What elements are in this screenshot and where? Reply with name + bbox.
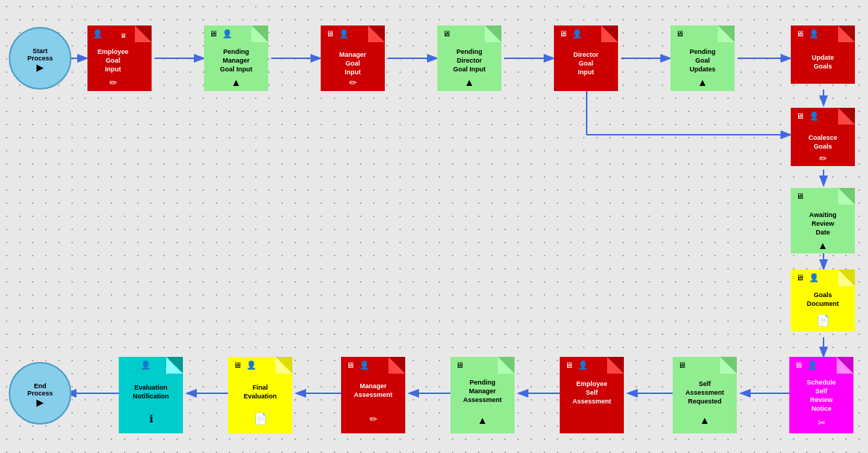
svg-text:👤: 👤: [246, 360, 257, 370]
svg-text:End: End: [34, 382, 47, 390]
svg-text:Employee: Employee: [98, 48, 129, 55]
svg-text:🖥: 🖥: [796, 273, 804, 282]
svg-text:🖥: 🖥: [796, 192, 804, 200]
svg-text:Review: Review: [811, 220, 834, 227]
svg-text:Final: Final: [252, 384, 267, 391]
svg-text:Assessment: Assessment: [572, 398, 611, 405]
svg-text:Requested: Requested: [688, 398, 722, 405]
svg-text:Evaluation: Evaluation: [243, 393, 277, 400]
update-goals-node[interactable]: 🖥 👤 Update Goals: [791, 25, 855, 84]
svg-text:🖥: 🖥: [559, 29, 567, 38]
svg-text:✏: ✏: [370, 414, 378, 425]
svg-text:Goal Input: Goal Input: [220, 66, 253, 73]
svg-text:Manager: Manager: [339, 51, 367, 58]
svg-text:ℹ: ℹ: [149, 413, 153, 425]
svg-text:Pending: Pending: [456, 48, 482, 55]
svg-text:🖥: 🖥: [455, 361, 464, 369]
svg-text:🖥: 🖥: [233, 361, 241, 369]
svg-text:Self: Self: [586, 389, 599, 396]
svg-text:Pending: Pending: [223, 48, 249, 55]
svg-text:Process: Process: [27, 390, 52, 397]
svg-text:🖥: 🖥: [794, 361, 802, 369]
svg-text:▶: ▶: [36, 397, 44, 408]
svg-text:▲: ▲: [818, 240, 828, 251]
svg-text:Manager: Manager: [359, 382, 387, 390]
svg-text:Self: Self: [816, 387, 829, 395]
svg-text:Input: Input: [105, 66, 121, 73]
svg-text:Goal: Goal: [579, 60, 593, 67]
svg-text:Document: Document: [807, 300, 839, 307]
svg-text:🖥: 🖥: [676, 29, 684, 38]
svg-text:Process: Process: [27, 55, 52, 62]
svg-text:👤: 👤: [359, 360, 370, 370]
svg-text:📄: 📄: [254, 412, 267, 425]
svg-text:Start: Start: [33, 47, 48, 55]
director-goal-node[interactable]: 🖥 👤 Director Goal Input: [554, 25, 618, 91]
svg-text:🖥: 🖥: [796, 29, 804, 38]
pending-manager-goal-node[interactable]: 🖥 👤 Pending Manager Goal Input ▲: [204, 25, 268, 91]
pending-goal-updates-node[interactable]: 🖥 Pending Goal Updates ▲: [670, 25, 735, 91]
svg-text:🖥: 🖥: [326, 29, 334, 38]
svg-text:🖥: 🖥: [120, 32, 127, 39]
svg-text:👤: 👤: [339, 28, 349, 39]
coalesce-goals-node[interactable]: 🖥 👤 Coalesce Goals ✏: [791, 108, 855, 166]
svg-text:👤: 👤: [809, 111, 819, 121]
svg-text:Employee: Employee: [576, 380, 608, 387]
svg-text:Update: Update: [812, 54, 834, 61]
svg-text:✏: ✏: [349, 77, 357, 88]
employee-goal-node[interactable]: 👤 🖥 Employee Goal Input ✏: [87, 25, 152, 91]
manager-goal-node[interactable]: 🖥 👤 Manager Goal Input ✏: [321, 25, 385, 91]
svg-text:Goals: Goals: [813, 63, 832, 70]
svg-text:🖥: 🖥: [346, 361, 354, 369]
svg-text:Director: Director: [457, 57, 482, 64]
svg-text:👤: 👤: [141, 360, 151, 370]
svg-text:Goal: Goal: [106, 57, 120, 64]
schedule-self-review-node[interactable]: 🖥 👤 Schedule Self Review Notice ✂: [789, 357, 853, 433]
svg-text:Goal Input: Goal Input: [453, 66, 486, 73]
employee-self-assessment-node[interactable]: 🖥 👤 Employee Self Assessment: [560, 357, 624, 433]
svg-text:Date: Date: [816, 229, 830, 236]
svg-text:Goal: Goal: [695, 57, 710, 64]
svg-text:✏: ✏: [109, 77, 117, 88]
pending-manager-assessment-node[interactable]: 🖥 Pending Manager Assessment ▲: [450, 357, 515, 433]
svg-text:Review: Review: [810, 396, 833, 403]
svg-text:🖥: 🖥: [796, 111, 804, 120]
svg-text:Manager: Manager: [222, 57, 250, 64]
goals-document-node[interactable]: 🖥 👤 Goals Document 📄: [791, 269, 855, 331]
svg-text:Pending: Pending: [689, 48, 716, 55]
svg-text:Pending: Pending: [469, 379, 496, 386]
svg-text:▲: ▲: [231, 76, 241, 88]
svg-text:🖥: 🖥: [442, 29, 450, 38]
svg-text:▲: ▲: [700, 414, 710, 426]
svg-text:✂: ✂: [818, 417, 826, 428]
manager-assessment-node[interactable]: 🖥 👤 Manager Assessment ✏: [341, 357, 405, 433]
svg-text:👤: 👤: [809, 28, 819, 39]
svg-text:👤: 👤: [222, 28, 232, 39]
svg-text:Updates: Updates: [689, 66, 716, 73]
pending-director-goal-node[interactable]: 🖥 Pending Director Goal Input ▲: [437, 25, 501, 91]
svg-text:Goals: Goals: [813, 291, 832, 299]
svg-text:▶: ▶: [36, 62, 44, 73]
svg-text:📄: 📄: [816, 314, 830, 327]
svg-text:Goals: Goals: [813, 143, 832, 150]
svg-text:Assessment: Assessment: [463, 396, 501, 403]
self-assessment-requested-node[interactable]: 🖥 Self Assessment Requested ▲: [673, 357, 737, 433]
svg-text:Assessment: Assessment: [685, 389, 724, 396]
final-evaluation-node[interactable]: 🖥 👤 Final Evaluation 📄: [228, 357, 292, 433]
svg-text:✏: ✏: [819, 153, 827, 164]
svg-text:Notification: Notification: [133, 393, 169, 400]
svg-text:Self: Self: [699, 380, 712, 387]
svg-text:Input: Input: [578, 68, 594, 76]
evaluation-notification-node[interactable]: 👤 Evaluation Notification ℹ: [119, 357, 183, 433]
svg-text:Schedule: Schedule: [807, 379, 836, 386]
svg-text:👤: 👤: [809, 272, 819, 283]
svg-text:Director: Director: [574, 51, 599, 58]
svg-text:Manager: Manager: [469, 387, 496, 395]
svg-text:Goal: Goal: [345, 60, 360, 67]
svg-text:👤: 👤: [93, 28, 103, 39]
svg-text:Coalesce: Coalesce: [808, 134, 837, 141]
awaiting-review-date-node[interactable]: 🖥 Awaiting Review Date ▲: [791, 188, 855, 253]
svg-text:🖥: 🖥: [209, 29, 217, 38]
svg-text:Awaiting: Awaiting: [809, 211, 836, 218]
svg-text:Assessment: Assessment: [353, 391, 392, 398]
